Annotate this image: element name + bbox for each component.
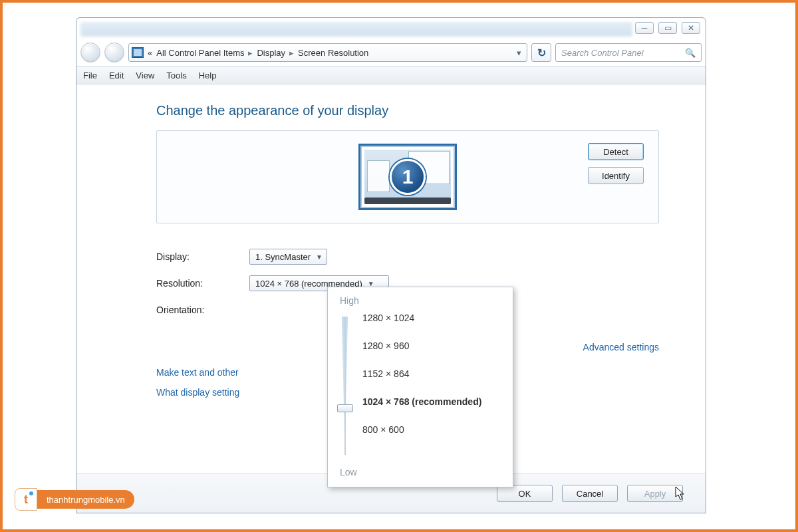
search-input[interactable]: Search Control Panel 🔍 — [555, 43, 702, 62]
monitor-thumbnail[interactable]: 1 — [358, 144, 457, 210]
resolution-popup: High 1280 × 1024 1280 × 960 1152 × 864 1… — [327, 287, 513, 487]
control-panel-icon — [132, 47, 144, 58]
page-title: Change the appearance of your display — [156, 103, 659, 118]
titlebar-blur — [80, 22, 632, 37]
display-label: Display: — [156, 251, 249, 262]
resolution-label: Resolution: — [156, 278, 249, 289]
apply-button[interactable]: Apply — [627, 485, 683, 502]
cancel-button[interactable]: Cancel — [562, 485, 618, 502]
breadcrumb-prefix: « — [148, 48, 152, 58]
chevron-down-icon: ▼ — [368, 280, 374, 287]
breadcrumb-item-0[interactable]: All Control Panel Items — [156, 48, 244, 58]
display-combo-value: 1. SyncMaster — [255, 252, 311, 262]
orientation-label: Orientation: — [156, 305, 249, 315]
chevron-down-icon: ▼ — [316, 253, 323, 261]
resolution-slider-track[interactable] — [340, 313, 350, 459]
forward-button[interactable] — [104, 43, 124, 63]
advanced-settings-link[interactable]: Advanced settings — [583, 342, 659, 352]
search-placeholder: Search Control Panel — [561, 48, 644, 58]
monitor-number-badge: 1 — [390, 159, 426, 195]
taskbar-icon — [364, 198, 451, 204]
resolution-option-4[interactable]: 800 × 600 — [362, 424, 481, 435]
nav-row: « All Control Panel Items ▸ Display ▸ Sc… — [80, 41, 702, 65]
resolution-option-1[interactable]: 1280 × 960 — [362, 340, 481, 351]
menu-edit[interactable]: Edit — [109, 70, 124, 80]
popup-low-label: Low — [340, 467, 501, 477]
refresh-icon: ↻ — [537, 47, 546, 59]
minimize-button[interactable]: ─ — [635, 22, 654, 34]
resolution-option-0[interactable]: 1280 × 1024 — [362, 313, 481, 323]
resolution-options: 1280 × 1024 1280 × 960 1152 × 864 1024 ×… — [362, 309, 481, 463]
menu-help[interactable]: Help — [199, 70, 217, 80]
maximize-button[interactable]: ▭ — [658, 22, 677, 34]
close-button[interactable]: ✕ — [682, 22, 700, 34]
display-combo[interactable]: 1. SyncMaster ▼ — [249, 249, 327, 265]
search-icon[interactable]: 🔍 — [685, 48, 696, 58]
refresh-button[interactable]: ↻ — [531, 43, 551, 62]
address-bar[interactable]: « All Control Panel Items ▸ Display ▸ Sc… — [128, 43, 527, 62]
menu-bar: File Edit View Tools Help — [76, 66, 706, 84]
detect-button[interactable]: Detect — [588, 143, 644, 160]
window-preview-icon — [367, 160, 390, 192]
resolution-option-2[interactable]: 1152 × 864 — [362, 368, 481, 379]
menu-view[interactable]: View — [136, 70, 154, 80]
explorer-window: ─ ▭ ✕ « All Control Panel Items ▸ Displa… — [76, 17, 706, 513]
menu-file[interactable]: File — [83, 70, 97, 80]
chevron-right-icon: ▸ — [248, 48, 253, 58]
watermark-logo-icon: t — [15, 488, 37, 511]
page-frame: ─ ▭ ✕ « All Control Panel Items ▸ Displa… — [0, 0, 798, 532]
window-controls: ─ ▭ ✕ — [635, 22, 700, 34]
slider-rail — [344, 317, 346, 455]
popup-high-label: High — [340, 295, 501, 306]
identify-button[interactable]: Identify — [588, 167, 644, 184]
display-preview: 1 Detect Identify — [156, 130, 659, 223]
breadcrumb-item-2[interactable]: Screen Resolution — [298, 48, 368, 58]
address-dropdown-icon[interactable]: ▾ — [514, 48, 524, 58]
chevron-right-icon: ▸ — [289, 48, 294, 58]
breadcrumb-item-1[interactable]: Display — [257, 48, 285, 58]
resolution-option-3[interactable]: 1024 × 768 (recommended) — [362, 396, 481, 407]
watermark-text: thanhtrungmobile.vn — [37, 490, 134, 509]
menu-tools[interactable]: Tools — [166, 70, 186, 80]
back-button[interactable] — [80, 43, 100, 63]
resolution-slider-thumb[interactable] — [337, 404, 353, 412]
watermark: t thanhtrungmobile.vn — [15, 488, 134, 511]
